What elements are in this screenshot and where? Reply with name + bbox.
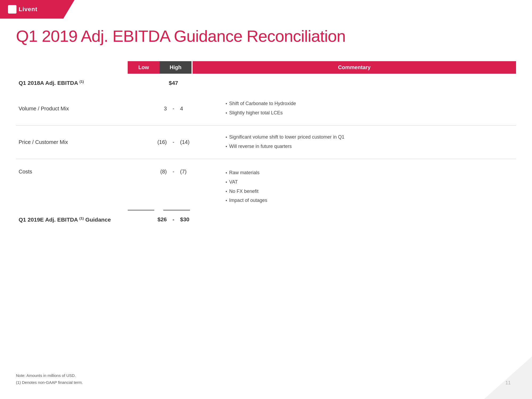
commentary-text: No FX benefit (229, 187, 259, 196)
row-q1-2018a-label: Q1 2018A Adj. EBITDA (1) (16, 80, 128, 86)
row-q1-2019e-label: Q1 2019E Adj. EBITDA (1) Guidance (16, 216, 128, 223)
superscript-1: (1) (80, 80, 84, 84)
row-q1-2018a: Q1 2018A Adj. EBITDA (1) $47 (16, 74, 516, 92)
q1-2019e-dash: - (169, 216, 177, 223)
volume-dash: - (169, 106, 177, 112)
header-bar: Livent (0, 0, 74, 19)
row-volume-commentary: • Shift of Carbonate to Hydroxide • Slig… (226, 99, 516, 118)
row-price-commentary: • Significant volume shift to lower pric… (226, 133, 516, 151)
volume-low: 3 (143, 106, 169, 112)
commentary-item: • No FX benefit (226, 187, 516, 196)
underline-row (16, 208, 516, 210)
svg-rect-1 (13, 7, 15, 9)
row-costs: Costs (8) - (7) • Raw materials • VAT • … (16, 159, 516, 208)
commentary-text: Will reverse in future quarters (229, 142, 292, 151)
table-header-row: Low High Commentary (16, 61, 516, 74)
page-title: Q1 2019 Adj. EBITDA Guidance Reconciliat… (16, 27, 346, 45)
underline-high (163, 210, 190, 210)
commentary-text: VAT (229, 178, 238, 186)
bullet-icon: • (226, 100, 227, 107)
row-volume-values: 3 - 4 (128, 106, 219, 112)
header-high-label: High (170, 64, 181, 70)
bullet-icon: • (226, 143, 227, 150)
commentary-text: Shift of Carbonate to Hydroxide (229, 99, 296, 108)
volume-high: 4 (177, 106, 204, 112)
row-price-values: (16) - (14) (128, 139, 219, 145)
bullet-icon: • (226, 188, 227, 195)
svg-rect-2 (10, 10, 12, 12)
commentary-item: • Significant volume shift to lower pric… (226, 133, 516, 141)
footnote-line1: Note: Amounts in millions of USD. (16, 372, 83, 379)
main-table: Low High Commentary Q1 2018A Adj. EBITDA… (16, 61, 516, 229)
price-dash: - (169, 139, 177, 145)
corner-decoration (484, 356, 532, 399)
commentary-text: Raw materials (229, 169, 260, 177)
row-costs-label: Costs (16, 167, 128, 175)
header-label-col (16, 61, 128, 74)
superscript-2: (1) (79, 216, 84, 220)
commentary-item: • VAT (226, 178, 516, 186)
logo-area: Livent (8, 5, 38, 14)
commentary-text: Significant volume shift to lower priced… (229, 133, 344, 141)
q1-2018a-amount: $47 (169, 80, 178, 86)
bullet-icon: • (226, 197, 227, 204)
logo-icon (8, 5, 16, 14)
q1-2019e-low: $26 (143, 216, 169, 223)
underline-gap (154, 210, 163, 210)
costs-low: (8) (143, 169, 169, 175)
row-q1-2019e-values: $26 - $30 (128, 216, 219, 223)
bullet-icon: • (226, 178, 227, 186)
logo-text: Livent (19, 6, 38, 13)
commentary-text: Slightly higher total LCEs (229, 109, 283, 117)
commentary-text: Impact of outages (229, 196, 267, 205)
q1-2019e-high: $30 (177, 216, 204, 223)
row-costs-values: (8) - (7) (128, 167, 219, 175)
costs-dash: - (169, 169, 177, 175)
commentary-item: • Will reverse in future quarters (226, 142, 516, 151)
row-q1-2018a-value: $47 (128, 80, 219, 86)
commentary-item: • Raw materials (226, 169, 516, 177)
commentary-item: • Impact of outages (226, 196, 516, 205)
underline-low (128, 210, 154, 210)
row-price-label: Price / Customer Mix (16, 139, 128, 145)
footnote-area: Note: Amounts in millions of USD. (1) De… (16, 372, 83, 386)
bullet-icon: • (226, 109, 227, 117)
svg-rect-3 (13, 10, 15, 11)
bullet-icon: • (226, 134, 227, 141)
row-q1-2019e: Q1 2019E Adj. EBITDA (1) Guidance $26 - … (16, 210, 516, 229)
svg-rect-0 (10, 7, 12, 9)
header-high-col: High (160, 61, 192, 74)
row-volume-product-mix: Volume / Product Mix 3 - 4 • Shift of Ca… (16, 92, 516, 126)
commentary-item: • Shift of Carbonate to Hydroxide (226, 99, 516, 108)
price-high: (14) (177, 139, 204, 145)
commentary-item: • Slightly higher total LCEs (226, 109, 516, 117)
price-low: (16) (143, 139, 169, 145)
header-commentary-col: Commentary (193, 61, 516, 74)
header-low-label: Low (138, 64, 149, 70)
row-price-customer-mix: Price / Customer Mix (16) - (14) • Signi… (16, 126, 516, 159)
footnote-line2: (1) Denotes non-GAAP financial term. (16, 379, 83, 386)
header-commentary-label: Commentary (338, 64, 371, 70)
bullet-icon: • (226, 169, 227, 176)
row-volume-label: Volume / Product Mix (16, 106, 128, 112)
costs-high: (7) (177, 169, 204, 175)
header-low-col: Low (128, 61, 160, 74)
underline-spacer (16, 210, 128, 210)
row-costs-commentary: • Raw materials • VAT • No FX benefit • … (226, 167, 516, 205)
